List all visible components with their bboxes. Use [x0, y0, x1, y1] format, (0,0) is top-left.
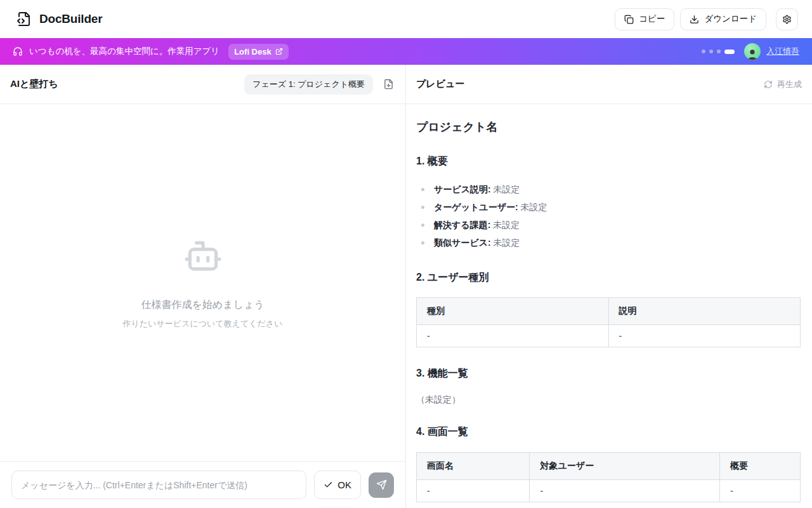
table-header-cell: 画面名	[417, 452, 530, 479]
doc-section-features-heading: 3. 機能一覧	[416, 366, 801, 380]
table-cell: -	[530, 479, 719, 502]
gear-icon	[782, 15, 792, 24]
new-document-button[interactable]	[382, 77, 395, 91]
list-item: サービス説明: 未設定	[416, 180, 801, 198]
copy-button-label: コピー	[639, 13, 665, 25]
regenerate-label: 再生成	[777, 79, 802, 90]
pager-dot-2[interactable]	[709, 50, 713, 53]
doc-title: プロジェクト名	[416, 119, 801, 135]
list-item-label: サービス説明:	[434, 184, 491, 194]
banner-user-link[interactable]: 入江慎吾	[766, 46, 799, 57]
preview-panel: プレビュー 再生成 プロジェクト名 1. 概要	[406, 65, 812, 508]
list-item-label: 類似サービス:	[434, 237, 491, 248]
download-icon	[690, 15, 699, 24]
list-item-label: 解決する課題:	[434, 220, 490, 230]
chat-empty-title: 仕様書作成を始めましょう	[141, 298, 264, 312]
doc-section-users-heading: 2. ユーザー種別	[416, 271, 801, 284]
paper-plane-icon	[376, 479, 387, 490]
table-header-cell: 対象ユーザー	[530, 452, 719, 479]
list-item-value: 未設定	[493, 220, 520, 230]
refresh-icon	[764, 80, 773, 89]
message-input[interactable]	[11, 471, 306, 499]
send-button[interactable]	[369, 472, 394, 498]
file-code-icon	[16, 11, 32, 27]
copy-button[interactable]: コピー	[615, 8, 674, 30]
external-link-icon	[275, 48, 283, 55]
headphones-icon	[13, 46, 23, 57]
chat-empty-subtitle: 作りたいサービスについて教えてください	[123, 318, 283, 330]
settings-button[interactable]	[776, 8, 798, 30]
app-logo: DocBuilder	[16, 11, 102, 27]
user-avatar	[744, 43, 761, 60]
chat-panel-header: AIと壁打ち フェーズ 1: プロジェクト概要	[0, 65, 405, 104]
list-item: 解決する課題: 未設定	[416, 216, 801, 234]
file-plus-icon	[383, 79, 394, 90]
list-item-label: ターゲットユーザー:	[434, 202, 518, 212]
promo-banner-content: いつもの机を、最高の集中空間に。作業用アプリ Lofi Desk	[13, 44, 289, 60]
list-item: 類似サービス: 未設定	[416, 234, 801, 251]
table-header-row: 種別 説明	[417, 297, 801, 324]
bot-icon	[183, 236, 223, 278]
banner-pager	[702, 50, 735, 54]
chat-panel: AIと壁打ち フェーズ 1: プロジェクト概要	[0, 65, 406, 508]
screen-list-table: 画面名 対象ユーザー 概要 - - -	[416, 452, 801, 502]
table-header-row: 画面名 対象ユーザー 概要	[417, 452, 801, 479]
pager-dot-3[interactable]	[717, 50, 721, 53]
preview-panel-title: プレビュー	[416, 78, 464, 90]
lofi-desk-label: Lofi Desk	[234, 47, 272, 57]
regenerate-button[interactable]: 再生成	[764, 79, 802, 90]
list-item-value: 未設定	[494, 237, 520, 248]
top-header: DocBuilder コピー	[0, 0, 812, 38]
download-button[interactable]: ダウンロード	[680, 8, 766, 30]
chat-empty-state: 仕様書作成を始めましょう 作りたいサービスについて教えてください	[0, 104, 405, 461]
header-actions: コピー ダウンロード	[615, 8, 798, 30]
app-root: DocBuilder コピー	[0, 0, 812, 508]
pager-active-pill[interactable]	[724, 50, 735, 54]
table-cell: -	[608, 324, 801, 347]
copy-icon	[624, 15, 634, 24]
promo-message: いつもの机を、最高の集中空間に。作業用アプリ	[29, 46, 219, 57]
table-header-cell: 種別	[417, 297, 609, 324]
list-item: ターゲットユーザー: 未設定	[416, 198, 801, 216]
overview-list: サービス説明: 未設定 ターゲットユーザー: 未設定 解決する課題: 未設定 類…	[416, 180, 801, 251]
lofi-desk-link[interactable]: Lofi Desk	[228, 44, 289, 60]
promo-banner: いつもの机を、最高の集中空間に。作業用アプリ Lofi Desk	[0, 38, 812, 65]
spec-document: プロジェクト名 1. 概要 サービス説明: 未設定 ターゲットユーザー: 未設定…	[406, 104, 812, 508]
ok-button[interactable]: OK	[314, 471, 361, 499]
main-area: AIと壁打ち フェーズ 1: プロジェクト概要	[0, 65, 812, 508]
pager-dot-1[interactable]	[702, 50, 705, 53]
promo-banner-right: 入江慎吾	[702, 43, 799, 60]
preview-panel-header: プレビュー 再生成	[406, 65, 812, 104]
table-cell: -	[417, 479, 530, 502]
app-title: DocBuilder	[39, 12, 102, 26]
table-cell: -	[417, 324, 609, 347]
table-row: - - -	[417, 479, 801, 502]
features-placeholder-note: （未設定）	[416, 394, 801, 406]
table-header-cell: 説明	[608, 297, 801, 324]
chat-input-row: OK	[0, 461, 405, 508]
list-item-value: 未設定	[521, 202, 547, 212]
doc-section-overview-heading: 1. 概要	[416, 154, 801, 168]
doc-section-screens-heading: 4. 画面一覧	[416, 425, 801, 439]
download-button-label: ダウンロード	[704, 13, 757, 25]
list-item-value: 未設定	[494, 184, 520, 194]
ok-button-label: OK	[337, 479, 351, 490]
user-type-table: 種別 説明 - -	[416, 297, 801, 347]
table-row: - -	[417, 324, 801, 347]
check-icon	[324, 480, 333, 490]
phase-badge: フェーズ 1: プロジェクト概要	[244, 74, 373, 95]
chat-panel-title: AIと壁打ち	[10, 78, 58, 90]
table-cell: -	[719, 479, 800, 502]
chat-header-right: フェーズ 1: プロジェクト概要	[244, 74, 395, 95]
table-header-cell: 概要	[719, 452, 800, 479]
